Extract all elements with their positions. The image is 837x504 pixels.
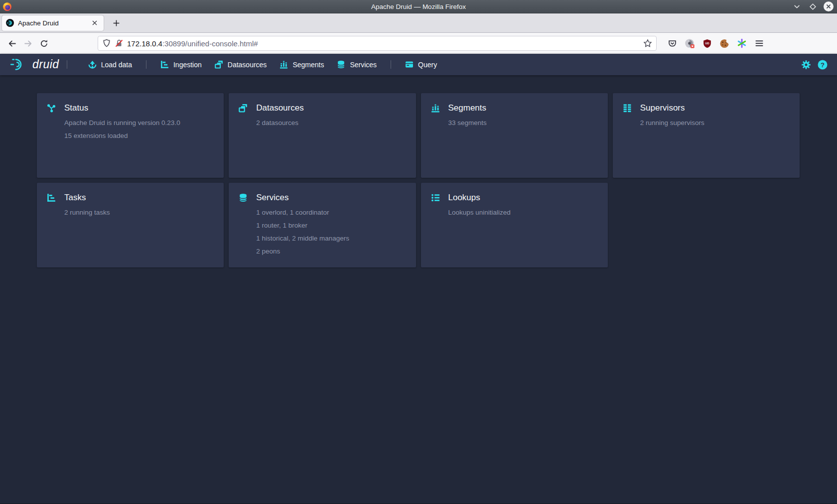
nav-item-query[interactable]: Query (399, 57, 443, 72)
nav-item-label: Segments (292, 61, 324, 69)
url-path: :30899/unified-console.html# (162, 39, 258, 48)
graph-icon (47, 104, 56, 113)
firefox-logo-icon (2, 2, 12, 11)
druid-logo[interactable]: druid (10, 58, 59, 71)
card-line: 33 segments (448, 119, 598, 127)
card-header: Status (47, 103, 214, 113)
card-header: Services (239, 193, 406, 203)
settings-gear-icon[interactable] (801, 60, 811, 70)
console-home: StatusApache Druid is running version 0.… (0, 75, 837, 504)
tab-strip: Apache Druid (0, 13, 837, 33)
nav-item-load-data[interactable]: Load data (82, 57, 139, 72)
nav-item-datasources[interactable]: Datasources (208, 57, 274, 72)
card-line: 2 running tasks (64, 208, 214, 217)
card-body: Lookups uninitialized (448, 208, 598, 217)
nav-divider (391, 60, 391, 69)
card-body: 2 datasources (256, 119, 406, 127)
card-supervisors[interactable]: Supervisors2 running supervisors (613, 93, 800, 178)
card-body: 33 segments (448, 119, 598, 127)
druid-logo-icon (10, 58, 28, 71)
tab-close-icon[interactable] (90, 18, 100, 28)
card-line: 2 datasources (256, 119, 406, 127)
card-line: 2 peons (256, 247, 406, 255)
reload-button[interactable] (36, 36, 51, 51)
druid-logo-text: druid (32, 58, 59, 71)
card-title: Datasources (256, 103, 303, 113)
card-tasks[interactable]: Tasks2 running tasks (37, 183, 224, 267)
console-icon (405, 60, 414, 69)
pocket-icon[interactable] (667, 38, 678, 49)
nav-item-label: Datasources (228, 61, 267, 69)
card-header: Tasks (47, 193, 214, 203)
card-lookups[interactable]: LookupsLookups uninitialized (421, 183, 608, 267)
list-columns-icon (623, 104, 632, 113)
window-minimize-button[interactable] (791, 1, 802, 12)
layers-icon (239, 104, 248, 113)
card-body: 2 running supervisors (640, 119, 790, 127)
nav-item-segments[interactable]: Segments (273, 57, 330, 72)
url-host: 172.18.0.4 (127, 39, 162, 48)
card-status[interactable]: StatusApache Druid is running version 0.… (37, 93, 224, 178)
nav-item-label: Ingestion (173, 61, 202, 69)
ublock-glyph: UO (705, 42, 709, 45)
nav-divider (67, 60, 67, 69)
nav-menu: Load dataIngestionDatasourcesSegmentsSer… (82, 57, 444, 72)
nav-item-label: Load data (101, 61, 132, 69)
gantt-icon (160, 60, 169, 69)
nav-item-services[interactable]: Services (330, 57, 383, 72)
card-title: Status (64, 103, 88, 113)
gantt-icon (47, 193, 56, 202)
window-close-button[interactable] (823, 1, 834, 12)
card-line: 15 extensions loaded (64, 131, 214, 140)
back-button[interactable] (4, 36, 19, 51)
card-title: Services (256, 193, 288, 203)
card-title: Segments (448, 103, 487, 113)
card-title: Lookups (448, 193, 480, 203)
layers-icon (215, 60, 223, 69)
forward-button[interactable] (20, 36, 35, 51)
url-bar[interactable]: 172.18.0.4:30899/unified-console.html# (98, 36, 657, 51)
lock-insecure-icon[interactable] (115, 39, 124, 48)
database-icon (337, 60, 345, 69)
url-text[interactable]: 172.18.0.4:30899/unified-console.html# (127, 39, 640, 48)
druid-navbar: druid Load dataIngestionDatasourcesSegme… (0, 54, 837, 75)
new-tab-button[interactable] (109, 15, 124, 30)
card-body: Apache Druid is running version 0.23.015… (64, 119, 214, 140)
window-maximize-button[interactable] (807, 1, 818, 12)
card-line: 1 historical, 2 middle managers (256, 234, 406, 243)
nav-divider (146, 60, 146, 69)
card-line: Lookups uninitialized (448, 208, 598, 217)
database-icon (239, 193, 248, 202)
cookie-extension-icon[interactable] (719, 38, 730, 49)
privacy-extension-icon[interactable] (684, 38, 695, 49)
bars-icon (279, 60, 288, 69)
ublock-origin-icon[interactable]: UO (701, 38, 712, 49)
card-title: Supervisors (640, 103, 685, 113)
window-titlebar: Apache Druid — Mozilla Firefox (0, 0, 837, 13)
card-services[interactable]: Services1 overlord, 1 coordinator1 route… (229, 183, 416, 267)
hamburger-menu-icon[interactable] (754, 38, 765, 49)
bookmark-star-icon[interactable] (643, 39, 652, 48)
shield-icon[interactable] (102, 39, 111, 48)
help-icon[interactable]: ? (818, 60, 828, 70)
nav-item-ingestion[interactable]: Ingestion (154, 57, 208, 72)
tab-apache-druid[interactable]: Apache Druid (2, 15, 104, 31)
card-line: 2 running supervisors (640, 119, 790, 127)
card-header: Datasources (239, 103, 406, 113)
card-header: Supervisors (623, 103, 790, 113)
card-line: 1 overlord, 1 coordinator (256, 208, 406, 217)
asterisk-extension-icon[interactable] (736, 38, 747, 49)
card-body: 1 overlord, 1 coordinator1 router, 1 bro… (256, 208, 406, 255)
card-segments[interactable]: Segments33 segments (421, 93, 608, 178)
tab-favicon-druid-icon (6, 19, 14, 27)
card-header: Segments (431, 103, 598, 113)
properties-icon (431, 193, 440, 202)
bars-icon (431, 104, 440, 113)
card-line: Apache Druid is running version 0.23.0 (64, 119, 214, 127)
card-datasources[interactable]: Datasources2 datasources (229, 93, 416, 178)
upload-icon (88, 60, 97, 69)
tab-title: Apache Druid (18, 19, 86, 27)
help-glyph: ? (821, 61, 825, 68)
window-title: Apache Druid — Mozilla Firefox (0, 3, 837, 10)
card-title: Tasks (64, 193, 86, 203)
